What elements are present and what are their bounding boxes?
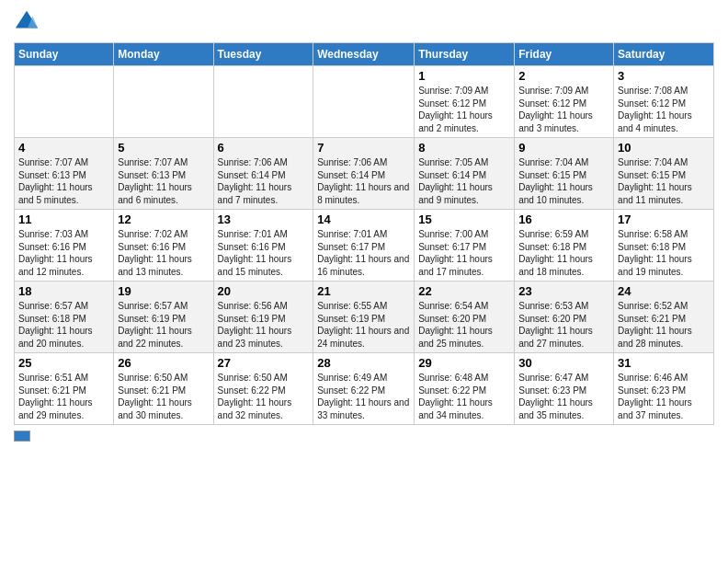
calendar-footer <box>14 431 714 442</box>
day-info: Sunrise: 7:03 AM Sunset: 6:16 PM Dayligh… <box>18 228 109 278</box>
weekday-header-monday: Monday <box>114 43 213 66</box>
day-info: Sunrise: 6:47 AM Sunset: 6:23 PM Dayligh… <box>518 372 609 421</box>
day-number: 29 <box>418 356 510 370</box>
calendar-day-cell: 15Sunrise: 7:00 AM Sunset: 6:17 PM Dayli… <box>415 210 515 282</box>
day-number: 30 <box>518 356 609 370</box>
day-number: 26 <box>118 356 209 370</box>
weekday-header-friday: Friday <box>515 43 614 66</box>
day-info: Sunrise: 6:53 AM Sunset: 6:20 PM Dayligh… <box>518 300 609 350</box>
calendar-day-cell: 9Sunrise: 7:04 AM Sunset: 6:15 PM Daylig… <box>515 138 614 210</box>
logo <box>14 9 43 35</box>
weekday-header-row: SundayMondayTuesdayWednesdayThursdayFrid… <box>15 43 714 66</box>
calendar-day-cell: 7Sunrise: 7:06 AM Sunset: 6:14 PM Daylig… <box>313 138 415 210</box>
day-info: Sunrise: 6:59 AM Sunset: 6:18 PM Dayligh… <box>518 228 609 278</box>
day-info: Sunrise: 7:09 AM Sunset: 6:12 PM Dayligh… <box>518 85 609 134</box>
day-number: 24 <box>618 284 710 298</box>
calendar-day-cell: 14Sunrise: 7:01 AM Sunset: 6:17 PM Dayli… <box>313 210 415 282</box>
page-header <box>14 9 714 35</box>
calendar-day-cell: 22Sunrise: 6:54 AM Sunset: 6:20 PM Dayli… <box>415 282 515 353</box>
day-number: 20 <box>218 284 310 298</box>
calendar-day-cell: 10Sunrise: 7:04 AM Sunset: 6:15 PM Dayli… <box>614 138 714 210</box>
day-info: Sunrise: 6:58 AM Sunset: 6:18 PM Dayligh… <box>618 228 710 278</box>
calendar-week-row: 18Sunrise: 6:57 AM Sunset: 6:18 PM Dayli… <box>15 282 714 353</box>
day-info: Sunrise: 7:02 AM Sunset: 6:16 PM Dayligh… <box>118 228 209 278</box>
day-number: 25 <box>18 356 109 370</box>
calendar-day-cell: 3Sunrise: 7:08 AM Sunset: 6:12 PM Daylig… <box>614 66 714 138</box>
day-number: 22 <box>418 284 510 298</box>
day-info: Sunrise: 6:46 AM Sunset: 6:23 PM Dayligh… <box>618 372 710 421</box>
day-info: Sunrise: 6:49 AM Sunset: 6:22 PM Dayligh… <box>317 372 410 421</box>
day-info: Sunrise: 6:50 AM Sunset: 6:21 PM Dayligh… <box>118 372 209 421</box>
calendar-day-cell: 16Sunrise: 6:59 AM Sunset: 6:18 PM Dayli… <box>515 210 614 282</box>
day-number: 11 <box>18 213 109 226</box>
day-number: 31 <box>618 356 710 370</box>
day-info: Sunrise: 6:55 AM Sunset: 6:19 PM Dayligh… <box>317 300 410 350</box>
calendar-day-cell: 25Sunrise: 6:51 AM Sunset: 6:21 PM Dayli… <box>15 353 114 425</box>
logo-icon <box>14 9 40 35</box>
weekday-header-wednesday: Wednesday <box>313 43 415 66</box>
day-info: Sunrise: 7:01 AM Sunset: 6:17 PM Dayligh… <box>317 228 410 278</box>
day-info: Sunrise: 6:54 AM Sunset: 6:20 PM Dayligh… <box>418 300 510 350</box>
day-number: 10 <box>618 141 710 155</box>
day-info: Sunrise: 6:57 AM Sunset: 6:18 PM Dayligh… <box>18 300 109 350</box>
day-number: 19 <box>118 284 209 298</box>
day-info: Sunrise: 6:50 AM Sunset: 6:22 PM Dayligh… <box>218 372 310 421</box>
calendar-day-cell <box>313 66 415 138</box>
calendar-day-cell: 2Sunrise: 7:09 AM Sunset: 6:12 PM Daylig… <box>515 66 614 138</box>
calendar-day-cell <box>213 66 313 138</box>
day-info: Sunrise: 7:07 AM Sunset: 6:13 PM Dayligh… <box>18 156 109 206</box>
weekday-header-saturday: Saturday <box>614 43 714 66</box>
day-number: 16 <box>518 213 609 226</box>
day-number: 14 <box>317 213 410 226</box>
day-info: Sunrise: 6:56 AM Sunset: 6:19 PM Dayligh… <box>218 300 310 350</box>
day-info: Sunrise: 7:06 AM Sunset: 6:14 PM Dayligh… <box>218 156 310 206</box>
calendar-week-row: 11Sunrise: 7:03 AM Sunset: 6:16 PM Dayli… <box>15 210 714 282</box>
day-info: Sunrise: 6:48 AM Sunset: 6:22 PM Dayligh… <box>418 372 510 421</box>
day-number: 9 <box>518 141 609 155</box>
calendar-day-cell: 29Sunrise: 6:48 AM Sunset: 6:22 PM Dayli… <box>415 353 515 425</box>
day-info: Sunrise: 6:57 AM Sunset: 6:19 PM Dayligh… <box>118 300 209 350</box>
calendar-day-cell: 28Sunrise: 6:49 AM Sunset: 6:22 PM Dayli… <box>313 353 415 425</box>
day-number: 4 <box>18 141 109 155</box>
day-info: Sunrise: 6:52 AM Sunset: 6:21 PM Dayligh… <box>618 300 710 350</box>
calendar-day-cell: 6Sunrise: 7:06 AM Sunset: 6:14 PM Daylig… <box>213 138 313 210</box>
calendar-day-cell: 11Sunrise: 7:03 AM Sunset: 6:16 PM Dayli… <box>15 210 114 282</box>
calendar-day-cell: 26Sunrise: 6:50 AM Sunset: 6:21 PM Dayli… <box>114 353 213 425</box>
calendar-day-cell: 30Sunrise: 6:47 AM Sunset: 6:23 PM Dayli… <box>515 353 614 425</box>
calendar-day-cell: 12Sunrise: 7:02 AM Sunset: 6:16 PM Dayli… <box>114 210 213 282</box>
day-number: 27 <box>218 356 310 370</box>
day-info: Sunrise: 7:05 AM Sunset: 6:14 PM Dayligh… <box>418 156 510 206</box>
day-number: 5 <box>118 141 209 155</box>
day-number: 21 <box>317 284 410 298</box>
day-info: Sunrise: 7:00 AM Sunset: 6:17 PM Dayligh… <box>418 228 510 278</box>
calendar-week-row: 25Sunrise: 6:51 AM Sunset: 6:21 PM Dayli… <box>15 353 714 425</box>
calendar-day-cell: 1Sunrise: 7:09 AM Sunset: 6:12 PM Daylig… <box>415 66 515 138</box>
day-info: Sunrise: 7:01 AM Sunset: 6:16 PM Dayligh… <box>218 228 310 278</box>
day-number: 2 <box>518 69 609 83</box>
day-info: Sunrise: 6:51 AM Sunset: 6:21 PM Dayligh… <box>18 372 109 421</box>
daylight-swatch <box>14 431 30 442</box>
calendar-day-cell: 4Sunrise: 7:07 AM Sunset: 6:13 PM Daylig… <box>15 138 114 210</box>
day-number: 12 <box>118 213 209 226</box>
day-info: Sunrise: 7:09 AM Sunset: 6:12 PM Dayligh… <box>418 85 510 134</box>
calendar-day-cell: 5Sunrise: 7:07 AM Sunset: 6:13 PM Daylig… <box>114 138 213 210</box>
calendar-day-cell: 23Sunrise: 6:53 AM Sunset: 6:20 PM Dayli… <box>515 282 614 353</box>
weekday-header-tuesday: Tuesday <box>213 43 313 66</box>
calendar-table: SundayMondayTuesdayWednesdayThursdayFrid… <box>14 42 714 425</box>
calendar-week-row: 4Sunrise: 7:07 AM Sunset: 6:13 PM Daylig… <box>15 138 714 210</box>
calendar-day-cell <box>114 66 213 138</box>
day-number: 15 <box>418 213 510 226</box>
calendar-week-row: 1Sunrise: 7:09 AM Sunset: 6:12 PM Daylig… <box>15 66 714 138</box>
calendar-day-cell <box>15 66 114 138</box>
day-number: 17 <box>618 213 710 226</box>
calendar-day-cell: 19Sunrise: 6:57 AM Sunset: 6:19 PM Dayli… <box>114 282 213 353</box>
calendar-day-cell: 18Sunrise: 6:57 AM Sunset: 6:18 PM Dayli… <box>15 282 114 353</box>
calendar-day-cell: 27Sunrise: 6:50 AM Sunset: 6:22 PM Dayli… <box>213 353 313 425</box>
calendar-day-cell: 13Sunrise: 7:01 AM Sunset: 6:16 PM Dayli… <box>213 210 313 282</box>
day-number: 1 <box>418 69 510 83</box>
day-number: 13 <box>218 213 310 226</box>
calendar-day-cell: 8Sunrise: 7:05 AM Sunset: 6:14 PM Daylig… <box>415 138 515 210</box>
weekday-header-thursday: Thursday <box>415 43 515 66</box>
day-info: Sunrise: 7:04 AM Sunset: 6:15 PM Dayligh… <box>518 156 609 206</box>
calendar-day-cell: 20Sunrise: 6:56 AM Sunset: 6:19 PM Dayli… <box>213 282 313 353</box>
